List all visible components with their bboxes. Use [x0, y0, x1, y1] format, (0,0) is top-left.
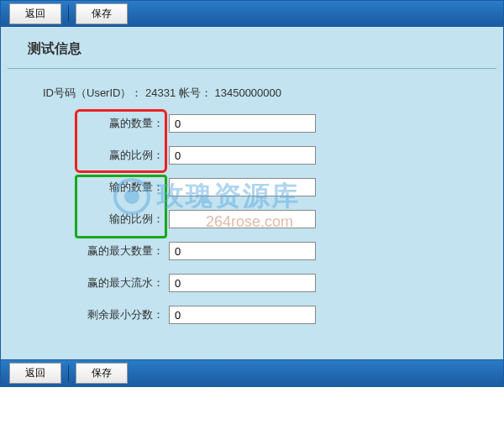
id-value: 24331: [145, 86, 176, 99]
content-panel: 测试信息 ID号码（UserID）： 24331 帐号： 13450000000…: [0, 27, 504, 360]
label-remain-min-score: 剩余最小分数：: [1, 307, 169, 322]
row-win-max-flow: 赢的最大流水：: [1, 274, 503, 292]
toolbar-separator-bottom: [68, 365, 69, 382]
input-remain-min-score[interactable]: [169, 306, 316, 324]
input-win-count[interactable]: [169, 114, 316, 133]
bottom-toolbar: 返回 保存: [0, 360, 504, 387]
label-lose-count: 输的数量：: [1, 180, 169, 195]
back-button[interactable]: 返回: [9, 3, 61, 24]
input-win-max-flow[interactable]: [169, 274, 316, 292]
label-win-max-count: 赢的最大数量：: [1, 243, 169, 259]
id-label: ID号码（UserID）：: [43, 86, 142, 99]
top-toolbar: 返回 保存: [0, 0, 504, 27]
form-area: 赢的数量： 赢的比例： 输的数量： 输的比例： 赢的最大数量： 赢的最大流水： …: [1, 114, 503, 359]
label-win-max-flow: 赢的最大流水：: [1, 275, 169, 291]
row-win-ratio: 赢的比例：: [1, 146, 503, 165]
row-lose-ratio: 输的比例：: [1, 210, 503, 228]
input-lose-ratio[interactable]: [169, 210, 316, 228]
row-win-count: 赢的数量：: [1, 114, 503, 133]
row-remain-min-score: 剩余最小分数：: [1, 306, 503, 324]
input-win-ratio[interactable]: [169, 146, 316, 165]
back-button-bottom[interactable]: 返回: [9, 363, 61, 384]
save-button-bottom[interactable]: 保存: [76, 363, 128, 384]
label-win-count: 赢的数量：: [1, 116, 169, 131]
label-lose-ratio: 输的比例：: [1, 212, 169, 227]
info-line: ID号码（UserID）： 24331 帐号： 13450000000: [1, 69, 503, 114]
input-lose-count[interactable]: [169, 178, 316, 196]
label-win-ratio: 赢的比例：: [1, 148, 169, 163]
save-button[interactable]: 保存: [76, 3, 128, 24]
input-win-max-count[interactable]: [169, 242, 316, 260]
section-title: 测试信息: [8, 27, 496, 69]
row-win-max-count: 赢的最大数量：: [1, 242, 503, 260]
row-lose-count: 输的数量：: [1, 178, 503, 196]
account-label: 帐号：: [179, 86, 212, 99]
toolbar-separator: [68, 5, 69, 22]
account-value: 13450000000: [214, 86, 281, 99]
